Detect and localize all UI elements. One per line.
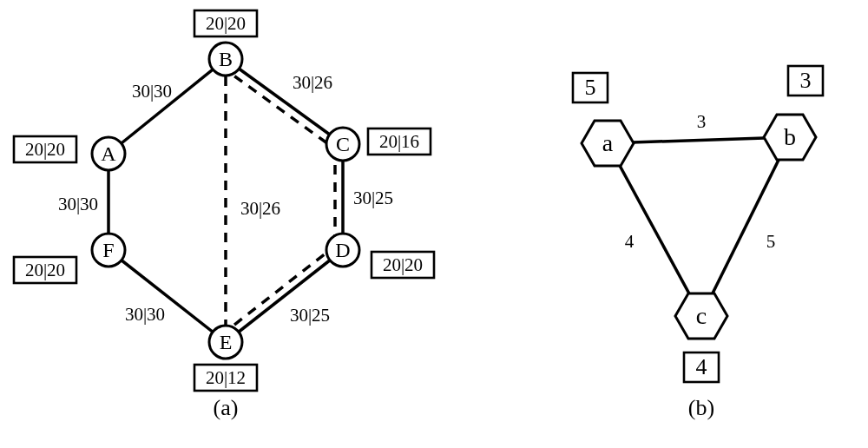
- box-value-d: 20|20: [383, 254, 423, 276]
- node-label-d: D: [335, 239, 350, 262]
- caption-b: (b): [688, 395, 714, 421]
- edge-label-rab: 3: [697, 111, 707, 133]
- edge-label-rac: 4: [625, 231, 635, 253]
- node-label-c: C: [336, 133, 350, 156]
- box-value-rb: 3: [800, 68, 812, 94]
- box-value-ra: 5: [585, 75, 596, 101]
- node-label-b: B: [219, 48, 233, 71]
- edge-a-b: [108, 59, 226, 154]
- node-label-e: E: [220, 331, 233, 354]
- node-label-a: A: [101, 142, 115, 166]
- edge-a-c-r: [608, 143, 701, 316]
- edge-label-de: 30|25: [290, 305, 330, 326]
- edge-label-fa: 30|30: [58, 194, 98, 215]
- box-value-c: 20|16: [379, 131, 419, 153]
- node-label-ra: a: [602, 129, 613, 157]
- box-value-f: 20|20: [25, 260, 65, 281]
- edge-label-rbc: 5: [766, 231, 776, 253]
- edge-label-be: 30|26: [240, 198, 280, 220]
- edge-e-f: [108, 250, 226, 342]
- box-value-rc: 4: [696, 354, 707, 380]
- diagram-svg: [0, 0, 868, 448]
- node-label-rc: c: [696, 302, 707, 330]
- node-label-f: F: [102, 239, 114, 262]
- edge-d-e-solid: [226, 250, 343, 342]
- box-value-e: 20|12: [206, 367, 246, 389]
- edge-a-b-r: [608, 137, 790, 143]
- right-graph-edges: [608, 137, 790, 316]
- node-label-rb: b: [784, 123, 796, 151]
- edge-label-bc: 30|26: [293, 72, 332, 94]
- box-value-a: 20|20: [25, 139, 65, 161]
- box-value-b: 20|20: [206, 13, 246, 35]
- edge-label-cd: 30|25: [353, 188, 393, 209]
- edge-label-ef: 30|30: [125, 304, 165, 326]
- edge-b-c-r: [701, 137, 790, 316]
- caption-a: (a): [214, 395, 239, 421]
- edge-label-ab: 30|30: [132, 81, 172, 102]
